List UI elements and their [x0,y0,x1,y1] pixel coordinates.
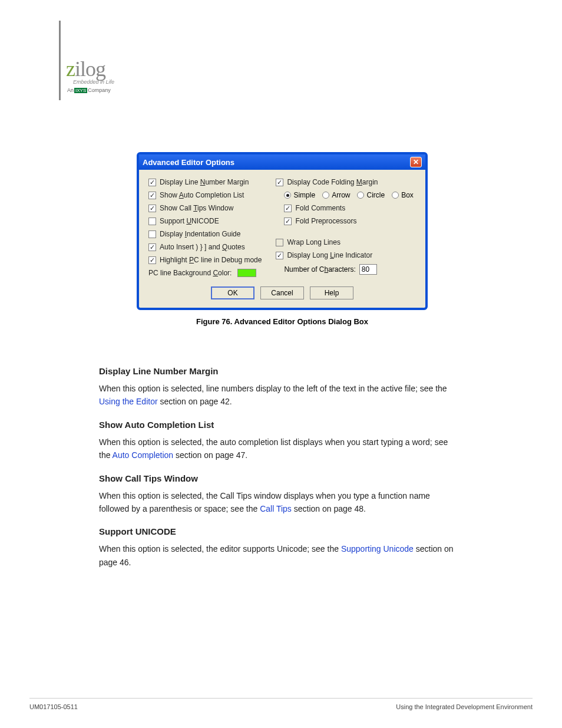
heading-display-line-number: Display Line Number Margin [99,364,456,378]
ok-button[interactable]: OK [211,286,254,299]
num-chars-label: Number of Characters: [284,265,355,274]
page-footer: UM017105-0511 Using the Integrated Devel… [29,698,533,710]
close-icon: ✕ [413,158,419,166]
dialog-titlebar: Advanced Editor Options ✕ [139,154,425,170]
footer-right: Using the Integrated Development Environ… [396,703,533,710]
body-text: Display Line Number Margin When this opt… [99,360,456,578]
display-indentation-checkbox[interactable] [148,230,156,238]
dialog-title: Advanced Editor Options [143,158,234,167]
radio-box[interactable] [392,192,399,199]
help-button[interactable]: Help [310,286,353,299]
cancel-button[interactable]: Cancel [260,286,304,299]
link-call-tips[interactable]: Call Tips [260,504,292,513]
footer-left: UM017105-0511 [29,703,78,710]
link-supporting-unicode[interactable]: Supporting Unicode [341,544,414,554]
num-chars-input[interactable] [359,264,377,275]
fold-comments-checkbox[interactable] [284,205,292,212]
fold-preprocessors-checkbox[interactable] [284,218,292,225]
heading-show-auto-completion: Show Auto Completion List [99,418,456,432]
radio-simple-label: Simple [293,191,315,199]
highlight-pc-checkbox[interactable] [148,256,156,264]
auto-insert-label: Auto Insert ) } ] and Quotes [160,243,245,251]
link-auto-completion[interactable]: Auto Completion [113,450,174,460]
support-unicode-checkbox[interactable] [148,218,156,225]
wrap-long-lines-label: Wrap Long Lines [287,238,340,246]
heading-support-unicode: Support UNICODE [99,525,456,539]
highlight-pc-label: Highlight PC line in Debug mode [160,256,262,264]
radio-box-label: Box [401,191,414,199]
radio-circle-label: Circle [366,191,385,199]
advanced-editor-options-dialog: Advanced Editor Options ✕ Display Line N… [137,152,428,310]
radio-arrow[interactable] [322,192,329,199]
display-long-line-checkbox[interactable] [276,252,283,259]
display-line-number-checkbox[interactable] [148,179,156,186]
show-call-tips-checkbox[interactable] [148,205,156,212]
support-unicode-label: Support UNICODE [160,217,219,225]
auto-insert-checkbox[interactable] [148,243,156,251]
wrap-long-lines-checkbox [276,239,283,246]
radio-circle[interactable] [357,192,364,199]
display-indentation-label: Display Indentation Guide [160,230,240,238]
heading-show-call-tips: Show Call Tips Window [99,472,456,486]
show-auto-completion-checkbox[interactable] [148,192,156,199]
display-code-folding-label: Display Code Folding Margin [287,178,378,186]
pc-line-color-swatch[interactable] [237,269,256,277]
display-code-folding-checkbox[interactable] [276,179,283,186]
fold-comments-label: Fold Comments [295,204,345,212]
figure-caption: Figure 76. Advanced Editor Options Dialo… [137,317,428,326]
logo: zilog Embedded in Life AnIXYSCompany [66,57,114,93]
fold-preprocessors-label: Fold Preprocessors [295,217,356,225]
radio-simple[interactable] [284,192,291,199]
pc-line-bg-label: PC line Background Color: [148,269,232,277]
radio-arrow-label: Arrow [332,191,350,199]
show-auto-completion-label: Show Auto Completion List [160,191,244,199]
display-line-number-label: Display Line Number Margin [160,178,249,186]
display-long-line-label: Display Long Line Indicator [287,251,372,259]
show-call-tips-label: Show Call Tips Window [160,204,233,212]
link-using-editor[interactable]: Using the Editor [99,397,158,406]
close-button[interactable]: ✕ [410,157,422,167]
